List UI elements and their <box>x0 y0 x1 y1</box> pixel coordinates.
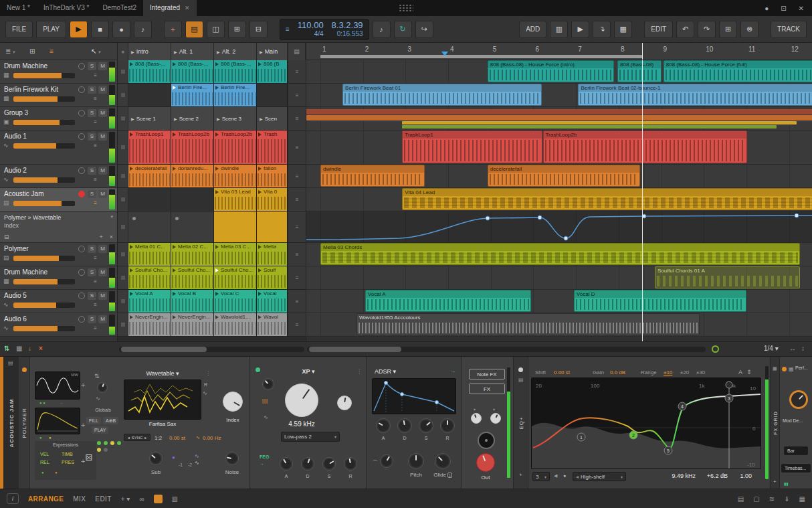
record-arm-button[interactable] <box>78 246 85 252</box>
solo-button[interactable]: S <box>88 268 96 276</box>
gain-value[interactable]: 0.0 dB <box>610 369 625 375</box>
add-button[interactable]: ADD <box>519 21 546 38</box>
clip-play-icon[interactable] <box>258 62 262 66</box>
clip-cell[interactable]: Trash <box>257 131 288 164</box>
clip-play-icon[interactable] <box>173 315 176 319</box>
clip-cell[interactable]: Soulful Cho... <box>128 266 171 289</box>
track-options-icon[interactable]: ≡ <box>94 177 97 183</box>
clip-cell[interactable]: Soulful Cho... <box>214 266 257 289</box>
remove-lane-button[interactable]: × <box>110 234 113 240</box>
stop-all-clips-button[interactable]: ■ <box>118 43 128 60</box>
grid-columns-icon[interactable]: ▥ <box>172 495 178 503</box>
link-toggle-icon[interactable]: ∞ <box>139 495 144 503</box>
clip-cell[interactable]: deceleratefall <box>128 165 171 187</box>
volume-fader[interactable] <box>13 143 75 149</box>
clip-cell[interactable]: Berlin Fire... <box>214 84 257 106</box>
add-module-button[interactable]: + <box>81 421 85 429</box>
clip-play-icon[interactable] <box>130 268 133 272</box>
clip-cell[interactable]: Vocal <box>257 290 288 313</box>
clip-play-icon[interactable] <box>215 167 219 171</box>
clip-cell[interactable]: 808 (Bass-... <box>128 60 171 83</box>
scene-menu-column[interactable]: ▤ <box>288 43 306 60</box>
play-button[interactable]: ▶ <box>70 21 88 38</box>
clip-play-icon[interactable] <box>258 190 262 194</box>
view-mix-button[interactable]: MIX <box>73 495 86 503</box>
view-edit-button[interactable]: EDIT <box>95 495 111 503</box>
eq-add-icon[interactable]: + <box>519 472 522 478</box>
sync-ratio-value[interactable]: 1:2 <box>155 435 162 441</box>
automation-lane[interactable] <box>306 211 812 243</box>
zoom-horizontal-icon[interactable]: ↔ <box>789 345 796 352</box>
record-arm-button[interactable] <box>78 133 85 140</box>
send-a-knob[interactable] <box>471 413 482 424</box>
add-lane-button[interactable]: + <box>99 234 102 240</box>
wavetable-menu-icon[interactable]: ⋮ <box>205 370 211 376</box>
expr-vel[interactable]: VEL <box>40 452 49 456</box>
clip-play-icon[interactable] <box>215 315 219 319</box>
track-header[interactable]: Drum Machine ▦ S M ≡ <box>0 60 117 84</box>
clip-cell[interactable]: Wavoloid1... <box>214 313 257 336</box>
browser-icon-button[interactable]: ▦ <box>614 21 632 38</box>
filter-env-a-knob[interactable] <box>280 457 293 471</box>
solo-button[interactable]: S <box>88 133 96 141</box>
env-s-knob[interactable] <box>419 418 433 433</box>
insert-icon-button[interactable]: ▶ <box>571 21 589 38</box>
volume-fader[interactable] <box>13 303 75 308</box>
eq-power-button[interactable] <box>518 367 523 372</box>
close-tab-icon[interactable]: ✕ <box>185 5 190 11</box>
range-30[interactable]: ±30 <box>696 369 705 375</box>
automation-slot[interactable] <box>128 211 171 242</box>
eq-solo-icon[interactable]: A <box>738 369 742 375</box>
device-track-strip[interactable]: ▤ ACOUSTIC JAM <box>3 357 19 489</box>
dice-icon[interactable]: ⚄ <box>86 453 92 462</box>
playhead[interactable] <box>642 60 643 341</box>
clip-cell[interactable]: Mella <box>257 243 288 266</box>
notes-panel-icon[interactable]: ▢ <box>753 495 759 503</box>
filter-env-s-knob[interactable] <box>322 457 336 471</box>
ab-blend-button[interactable]: A⊕B <box>103 417 118 424</box>
play-icon[interactable]: ▶ <box>131 116 134 121</box>
curve-knob[interactable] <box>380 454 393 468</box>
polymer-device-strip[interactable]: POLYMER <box>19 357 30 489</box>
layers-icon[interactable]: ≣▾ <box>5 48 15 55</box>
arranger-clip[interactable]: Berlin Firework Beat 01 <box>342 84 542 106</box>
close-lanes-icon[interactable]: × <box>39 345 43 352</box>
record-quantize-toggle[interactable] <box>154 495 163 503</box>
clip-cell[interactable]: Mella 03 C... <box>214 243 257 266</box>
eq-strip[interactable]: ▤ EQ+ + <box>514 357 528 489</box>
sub-knob[interactable] <box>149 452 163 465</box>
arranger-track-lane[interactable]: 808 (Bass-08) - House Force (intro) 808 … <box>306 60 812 84</box>
clip-play-icon[interactable] <box>215 86 219 90</box>
scene-row-menu[interactable]: ≡ <box>288 165 306 187</box>
eq-band-badge[interactable]: 5 <box>664 446 672 454</box>
detune-value[interactable]: 0.00 st <box>169 435 185 441</box>
play-mode-button[interactable]: PLAY <box>92 426 108 434</box>
clip-cell[interactable]: Vita 0 <box>257 188 288 211</box>
track-options-icon[interactable]: ≡ <box>94 255 97 261</box>
track-header[interactable]: Drum Machine ▦ S M ≡ <box>0 266 117 290</box>
solo-button[interactable]: S <box>88 245 96 253</box>
arranger-clip[interactable]: 808 (Bass-08) <box>617 60 662 82</box>
audio-engine-icon[interactable]: ♪ <box>373 21 391 38</box>
scene-header-2[interactable]: ▶Alt. 1 <box>171 43 214 60</box>
mute-button[interactable]: M <box>98 109 107 117</box>
adsr-display[interactable] <box>372 378 456 414</box>
clip-cell[interactable]: TrashLoop2b <box>171 131 214 164</box>
glide-legato-badge[interactable]: L <box>447 473 452 478</box>
route-icon-button[interactable]: ↴ <box>593 21 611 38</box>
vibrato-icon[interactable]: ∿ <box>96 396 100 402</box>
clip-play-icon[interactable] <box>215 245 219 249</box>
clip-cell[interactable]: fallon <box>257 165 288 187</box>
arranger-clip[interactable]: Berlin Firework Beat 02-bounce-1 <box>578 84 812 106</box>
track-options-icon[interactable]: ≡ <box>94 143 97 149</box>
group-scene-cell[interactable]: ▶Scene 2 <box>171 107 214 130</box>
record-arm-button[interactable] <box>78 191 85 197</box>
clip-play-icon[interactable] <box>258 268 262 272</box>
solo-button[interactable]: S <box>88 62 96 70</box>
automation-panel-icon[interactable]: ≋ <box>769 495 775 503</box>
track-header[interactable]: Audio 6 ∿ S M ≡ <box>0 313 117 337</box>
drive-knob[interactable] <box>262 378 274 390</box>
solo-button[interactable]: S <box>88 292 96 300</box>
empty-clip-slot[interactable] <box>171 188 214 211</box>
download-panel-icon[interactable]: ⇓ <box>784 495 789 503</box>
